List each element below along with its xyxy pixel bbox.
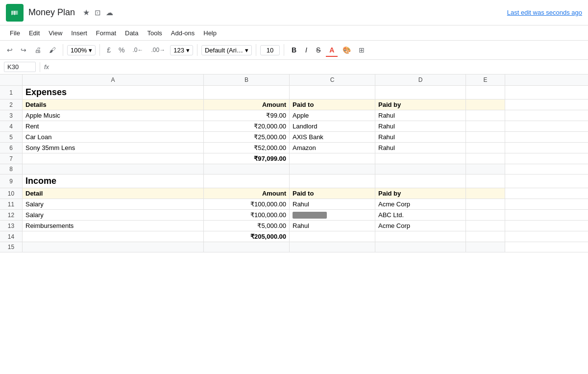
formula-input[interactable] <box>53 63 584 71</box>
cell-d10[interactable]: Paid by <box>375 188 466 199</box>
fill-color-button[interactable]: 🎨 <box>340 44 354 56</box>
decimal0-button[interactable]: .0← <box>130 45 147 55</box>
more-formats-select[interactable]: 123 ▾ <box>170 45 193 55</box>
cell-b15[interactable] <box>204 242 290 252</box>
menu-tools[interactable]: Tools <box>143 28 166 38</box>
font-select[interactable]: Default (Ari… ▾ <box>201 45 252 55</box>
cell-b10[interactable]: Amount <box>204 188 290 199</box>
cell-a1[interactable]: Expenses <box>23 86 204 99</box>
cell-b1[interactable] <box>204 86 290 99</box>
cell-b6[interactable]: ₹52,000.00 <box>204 143 290 153</box>
cell-e1[interactable] <box>466 86 505 99</box>
redo-button[interactable]: ↪ <box>18 44 29 56</box>
print-button[interactable]: 🖨 <box>31 44 44 56</box>
cell-d4[interactable]: Rahul <box>375 121 466 131</box>
cell-d9[interactable] <box>375 175 466 188</box>
cell-b11[interactable]: ₹100,000.00 <box>204 199 290 209</box>
cell-d6[interactable]: Rahul <box>375 143 466 153</box>
cell-c5[interactable]: AXIS Bank <box>290 132 375 142</box>
cell-e5[interactable] <box>466 132 505 142</box>
cell-b7[interactable]: ₹97,099.00 <box>204 153 290 164</box>
cell-c11[interactable]: Rahul <box>290 199 375 209</box>
undo-button[interactable]: ↩ <box>4 44 16 56</box>
cell-e2[interactable] <box>466 100 505 110</box>
cell-a13[interactable]: Reimbursements <box>23 221 204 231</box>
col-header-e[interactable]: E <box>466 75 505 85</box>
text-color-button[interactable]: A <box>326 44 338 56</box>
star-icon[interactable]: ★ <box>83 8 90 17</box>
cell-b14[interactable]: ₹205,000.00 <box>204 231 290 242</box>
percent-button[interactable]: % <box>116 44 127 56</box>
cell-c13[interactable]: Rahul <box>290 221 375 231</box>
cell-e6[interactable] <box>466 143 505 153</box>
menu-file[interactable]: File <box>6 28 24 38</box>
cell-e15[interactable] <box>466 242 505 252</box>
cell-d15[interactable] <box>375 242 466 252</box>
cell-b9[interactable] <box>204 175 290 188</box>
cell-d14[interactable] <box>375 231 466 242</box>
cell-e10[interactable] <box>466 188 505 199</box>
cell-b12[interactable]: ₹100,000.00 <box>204 210 290 220</box>
cell-a15[interactable] <box>23 242 204 252</box>
cell-b3[interactable]: ₹99.00 <box>204 110 290 121</box>
font-size-input[interactable]: 10 <box>260 45 280 55</box>
borders-button[interactable]: ⊞ <box>356 44 368 56</box>
cell-b2[interactable]: Amount <box>204 100 290 110</box>
menu-insert[interactable]: Insert <box>67 28 91 38</box>
cell-a12[interactable]: Salary <box>23 210 204 220</box>
cell-e7[interactable] <box>466 153 505 164</box>
col-header-c[interactable]: C <box>290 75 375 85</box>
cell-b5[interactable]: ₹25,000.00 <box>204 132 290 142</box>
cell-d11[interactable]: Acme Corp <box>375 199 466 209</box>
cell-d2[interactable]: Paid by <box>375 100 466 110</box>
cell-a11[interactable]: Salary <box>23 199 204 209</box>
menu-view[interactable]: View <box>45 28 66 38</box>
cell-a6[interactable]: Sony 35mm Lens <box>23 143 204 153</box>
cell-c10[interactable]: Paid to <box>290 188 375 199</box>
menu-addons[interactable]: Add-ons <box>167 28 198 38</box>
cell-a7[interactable] <box>23 153 204 164</box>
menu-format[interactable]: Format <box>92 28 120 38</box>
cell-c6[interactable]: Amazon <box>290 143 375 153</box>
menu-data[interactable]: Data <box>121 28 142 38</box>
cell-a2[interactable]: Details <box>23 100 204 110</box>
cell-b8[interactable] <box>204 164 290 174</box>
cell-a14[interactable] <box>23 231 204 242</box>
cell-e3[interactable] <box>466 110 505 121</box>
cloud-icon[interactable]: ☁ <box>106 8 113 17</box>
cell-d8[interactable] <box>375 164 466 174</box>
cell-a4[interactable]: Rent <box>23 121 204 131</box>
cell-c14[interactable] <box>290 231 375 242</box>
cell-d7[interactable] <box>375 153 466 164</box>
cell-d12[interactable]: ABC Ltd. <box>375 210 466 220</box>
cell-d13[interactable]: Acme Corp <box>375 221 466 231</box>
cell-reference-input[interactable]: K30 <box>4 62 36 72</box>
strikethrough-button[interactable]: S <box>313 44 324 56</box>
cell-a8[interactable] <box>23 164 204 174</box>
currency-button[interactable]: £ <box>104 44 114 56</box>
cell-e11[interactable] <box>466 199 505 209</box>
cell-c1[interactable] <box>290 86 375 99</box>
cell-c2[interactable]: Paid to <box>290 100 375 110</box>
cell-b4[interactable]: ₹20,000.00 <box>204 121 290 131</box>
cell-c12[interactable] <box>290 210 375 220</box>
cell-e12[interactable] <box>466 210 505 220</box>
last-edit-label[interactable]: Last edit was seconds ago <box>507 9 582 16</box>
menu-edit[interactable]: Edit <box>25 28 44 38</box>
cell-c3[interactable]: Apple <box>290 110 375 121</box>
italic-button[interactable]: I <box>302 44 311 56</box>
cell-e13[interactable] <box>466 221 505 231</box>
cell-a10[interactable]: Detail <box>23 188 204 199</box>
cell-c9[interactable] <box>290 175 375 188</box>
bold-button[interactable]: B <box>288 44 300 56</box>
cell-a9[interactable]: Income <box>23 175 204 188</box>
cell-d3[interactable]: Rahul <box>375 110 466 121</box>
col-header-d[interactable]: D <box>375 75 466 85</box>
cell-c4[interactable]: Landlord <box>290 121 375 131</box>
paint-format-button[interactable]: 🖌 <box>46 44 59 56</box>
cell-c7[interactable] <box>290 153 375 164</box>
cell-c15[interactable] <box>290 242 375 252</box>
cell-d5[interactable]: Rahul <box>375 132 466 142</box>
zoom-select[interactable]: 100% ▾ <box>67 45 96 55</box>
cell-d1[interactable] <box>375 86 466 99</box>
